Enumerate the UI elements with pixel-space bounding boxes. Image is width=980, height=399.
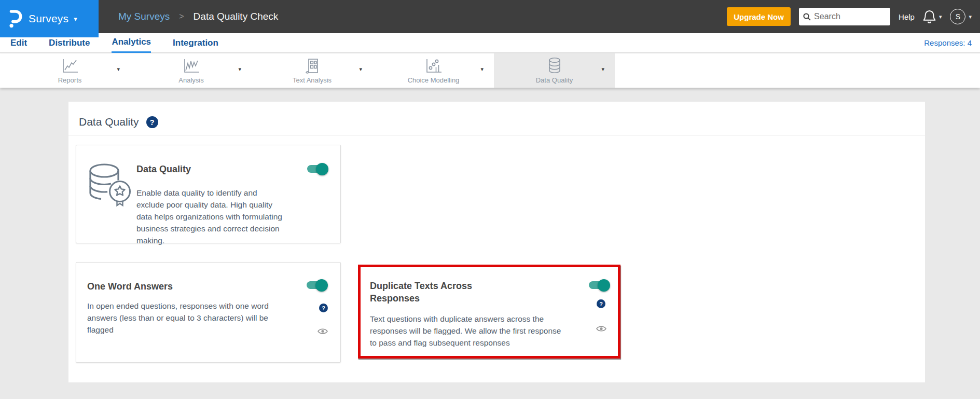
page-help-icon[interactable]: ? — [146, 116, 158, 128]
search-input[interactable] — [814, 12, 881, 21]
text-report-icon — [303, 57, 322, 74]
duplicate-texts-card: Duplicate Texts Across Responses ? Text … — [361, 267, 618, 356]
tab-analytics[interactable]: Analytics — [112, 33, 151, 53]
toggle-knob — [598, 279, 610, 292]
survey-nav-tabs: Edit Distribute Analytics Integration Re… — [0, 33, 980, 53]
chevron-down-icon[interactable]: ▾ — [359, 66, 362, 73]
chevron-down-icon: ▾ — [939, 13, 942, 20]
duplicate-texts-preview-eye-icon[interactable] — [596, 325, 606, 332]
toggle-knob — [315, 279, 328, 292]
chevron-down-icon: ▾ — [969, 13, 972, 20]
search-icon — [803, 13, 811, 21]
breadcrumb-separator-icon: > — [179, 12, 184, 21]
data-quality-toggle[interactable] — [307, 165, 327, 173]
product-label: Surveys — [29, 12, 68, 25]
highlighted-card-outline: Duplicate Texts Across Responses ? Text … — [358, 265, 620, 359]
top-header: My Surveys > Data Quality Check Upgrade … — [0, 0, 980, 33]
database-icon — [545, 57, 564, 74]
subnav-item-reports[interactable]: Reports ▾ — [9, 53, 130, 88]
card-description: Enable data quality to identify and excl… — [136, 187, 284, 246]
chevron-down-icon[interactable]: ▾ — [238, 66, 241, 73]
page-title: Data Quality — [79, 116, 139, 128]
search-box[interactable] — [799, 8, 890, 25]
line-chart-icon — [61, 57, 79, 74]
subnav-item-choice-modelling[interactable]: Choice Modelling ▾ — [373, 53, 494, 88]
account-menu-button[interactable]: S ▾ — [950, 9, 972, 24]
duplicate-texts-toggle[interactable] — [589, 281, 609, 289]
one-word-preview-eye-icon[interactable] — [318, 328, 328, 335]
one-word-answers-card: One Word Answers In open ended questions… — [76, 262, 341, 363]
questionpro-logo-icon — [8, 9, 22, 29]
avatar: S — [950, 9, 965, 24]
card-title: Data Quality — [136, 163, 191, 175]
breadcrumb-my-surveys[interactable]: My Surveys — [118, 11, 170, 22]
notifications-button[interactable]: ▾ — [923, 9, 942, 24]
subnav-item-data-quality[interactable]: Data Quality ▾ — [494, 53, 615, 88]
one-word-answers-toggle[interactable] — [307, 281, 326, 289]
card-title: Duplicate Texts Across Responses — [370, 280, 481, 305]
responses-count[interactable]: Responses: 4 — [924, 33, 972, 53]
breadcrumb: My Surveys > Data Quality Check — [118, 0, 278, 33]
one-word-help-icon[interactable]: ? — [319, 304, 328, 312]
subnav-item-analysis[interactable]: Analysis ▾ — [131, 53, 252, 88]
subnav-item-text-analysis[interactable]: Text Analysis ▾ — [252, 53, 372, 88]
duplicate-texts-help-icon[interactable]: ? — [597, 299, 605, 308]
bell-icon — [923, 9, 936, 24]
card-description: In open ended questions, responses with … — [87, 300, 292, 336]
divider — [68, 135, 925, 135]
card-title: One Word Answers — [87, 280, 173, 293]
upgrade-now-button[interactable]: Upgrade Now — [727, 7, 791, 26]
chevron-down-icon[interactable]: ▾ — [480, 66, 484, 73]
bubble-chart-icon — [424, 57, 443, 74]
analytics-subnav: Reports ▾ Analysis ▾ Text Analysis ▾ Cho… — [0, 53, 980, 88]
database-badge-icon — [86, 162, 135, 210]
chevron-down-icon: ▾ — [74, 15, 77, 23]
tab-integration[interactable]: Integration — [173, 34, 218, 52]
help-link[interactable]: Help — [899, 12, 915, 21]
chevron-down-icon[interactable]: ▾ — [601, 66, 604, 73]
trend-chart-icon — [182, 57, 201, 74]
data-quality-card: Data Quality Enable data quality to iden… — [76, 145, 341, 243]
chevron-down-icon[interactable]: ▾ — [117, 66, 120, 73]
card-description: Text questions with duplicate answers ac… — [370, 313, 570, 349]
data-quality-panel: Data Quality ? Data Quality Enable data … — [68, 102, 925, 382]
breadcrumb-current-page: Data Quality Check — [194, 11, 279, 22]
toggle-knob — [316, 163, 328, 175]
product-switcher[interactable]: Surveys ▾ — [0, 0, 99, 37]
